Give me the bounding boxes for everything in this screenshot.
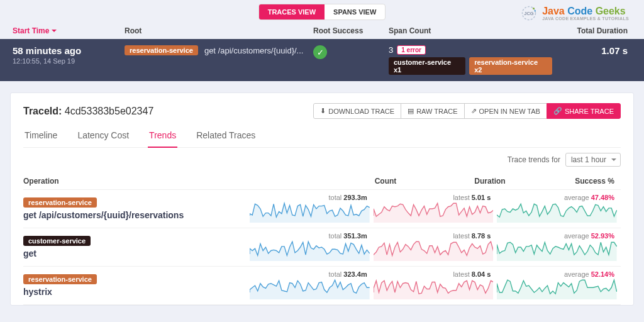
range-select[interactable]: last 1 hour bbox=[565, 153, 621, 167]
external-link-icon: ⇗ bbox=[471, 107, 477, 115]
tab-related-traces[interactable]: Related Traces bbox=[195, 125, 257, 147]
service-badge: customer-service bbox=[23, 236, 91, 246]
trace-row[interactable]: 58 minutes ago 12:10:55, 14 Sep 19 reser… bbox=[0, 39, 644, 81]
spans-view-tab[interactable]: SPANS VIEW bbox=[325, 4, 385, 19]
logo: JCG Java Code Geeks JAVA CODE EXAMPLES &… bbox=[519, 4, 629, 23]
span-count: 3 bbox=[389, 45, 393, 55]
service-badge: reservation-service bbox=[23, 197, 97, 208]
root-service-badge: reservation-service bbox=[125, 45, 198, 55]
operation-row: customer-service get total 351.3m latest… bbox=[23, 228, 621, 267]
count-sparkline: total 351.3m bbox=[250, 233, 374, 261]
col-span-count: Span Count bbox=[389, 26, 552, 35]
success-icon: ✓ bbox=[313, 45, 327, 59]
col-duration: Duration bbox=[402, 177, 511, 186]
download-trace-button[interactable]: ⬇DOWNLOAD TRACE bbox=[313, 103, 401, 119]
col-total-duration: Total Duration bbox=[552, 26, 631, 35]
svg-text:JCG: JCG bbox=[524, 11, 534, 16]
download-icon: ⬇ bbox=[320, 107, 326, 115]
count-sparkline: total 323.4m bbox=[250, 272, 374, 299]
col-operation: Operation bbox=[23, 177, 294, 186]
tabs: Timeline Latency Cost Trends Related Tra… bbox=[23, 125, 621, 148]
start-timestamp: 12:10:55, 14 Sep 19 bbox=[13, 57, 125, 65]
tab-latency-cost[interactable]: Latency Cost bbox=[76, 125, 130, 147]
col-root: Root bbox=[125, 26, 313, 35]
raw-trace-button[interactable]: ▤RAW TRACE bbox=[401, 103, 464, 119]
col-start-time[interactable]: Start Time bbox=[13, 26, 125, 35]
view-toggle[interactable]: TRACES VIEW SPANS VIEW bbox=[258, 4, 386, 20]
service-tag: reservation-service x2 bbox=[469, 57, 552, 75]
operation-name: hystrix bbox=[23, 287, 250, 297]
service-badge: reservation-service bbox=[23, 274, 97, 284]
operation-name: get /api/customers/{uuid}/reservations bbox=[23, 210, 250, 220]
total-duration: 1.07 s bbox=[552, 45, 631, 56]
share-trace-button[interactable]: 🔗SHARE TRACE bbox=[547, 103, 621, 119]
operation-row: reservation-service get /api/customers/{… bbox=[23, 190, 621, 228]
tab-trends[interactable]: Trends bbox=[148, 125, 177, 148]
logo-icon: JCG bbox=[519, 4, 538, 23]
duration-sparkline: latest 5.01 s bbox=[374, 195, 497, 223]
start-time: 58 minutes ago bbox=[13, 45, 125, 56]
duration-sparkline: latest 8.78 s bbox=[374, 233, 497, 261]
operation-name: get bbox=[23, 248, 250, 258]
col-success: Success % bbox=[512, 177, 621, 186]
success-sparkline: average 47.48% bbox=[497, 195, 621, 223]
traces-view-tab[interactable]: TRACES VIEW bbox=[259, 4, 325, 19]
trace-id: TraceId: 4cd53383b5e02347 bbox=[23, 106, 153, 117]
svg-point-2 bbox=[535, 10, 536, 11]
tab-timeline[interactable]: Timeline bbox=[23, 125, 58, 147]
success-sparkline: average 52.93% bbox=[497, 233, 621, 261]
service-tag: customer-service x1 bbox=[389, 57, 465, 75]
count-sparkline: total 293.3m bbox=[250, 195, 374, 223]
col-count: Count bbox=[294, 177, 402, 186]
duration-sparkline: latest 8.04 s bbox=[374, 272, 497, 299]
col-root-success: Root Success bbox=[313, 26, 389, 35]
success-sparkline: average 52.14% bbox=[497, 272, 621, 299]
link-icon: 🔗 bbox=[553, 107, 562, 115]
root-endpoint: get /api/customers/{uuid}/... bbox=[204, 46, 304, 55]
svg-point-1 bbox=[533, 8, 535, 9]
range-label: Trace trends for bbox=[508, 155, 560, 164]
operation-row: reservation-service hystrix total 323.4m… bbox=[23, 267, 621, 305]
chevron-down-icon bbox=[52, 30, 57, 35]
open-new-tab-button[interactable]: ⇗OPEN IN NEW TAB bbox=[464, 103, 547, 119]
error-badge: 1 error bbox=[397, 45, 426, 55]
file-icon: ▤ bbox=[408, 107, 414, 115]
